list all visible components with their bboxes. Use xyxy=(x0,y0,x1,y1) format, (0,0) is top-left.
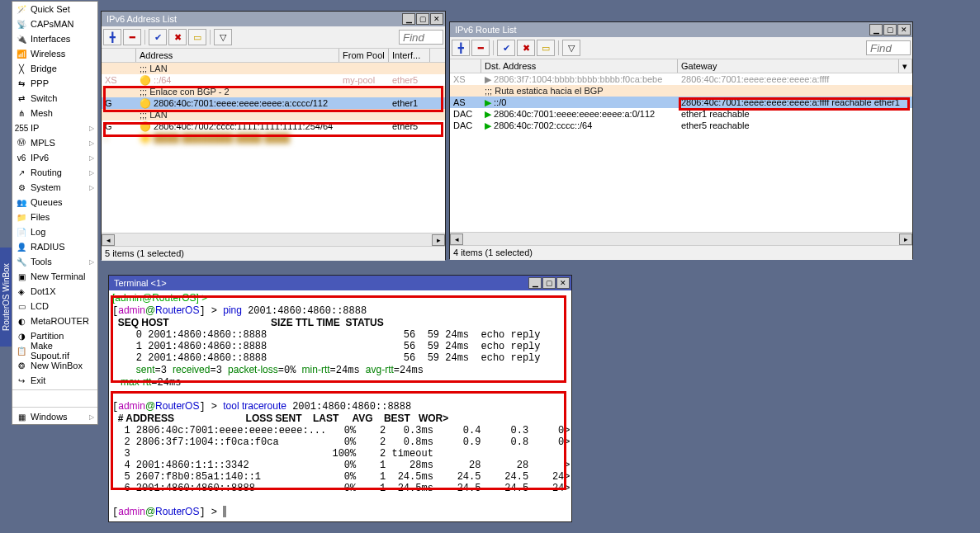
close-icon[interactable]: ✕ xyxy=(897,24,911,35)
menu-icon: 🔧 xyxy=(16,256,27,267)
sidebar-item-capsman[interactable]: 📡CAPsMAN xyxy=(12,17,97,31)
find-input[interactable] xyxy=(866,40,911,55)
add-button[interactable]: ╋ xyxy=(103,29,121,45)
sidebar-item-files[interactable]: 📁Files xyxy=(12,210,97,224)
table-row[interactable]: AS▶ ::/02806:40c:7001:eeee:eeee:eeee:a:f… xyxy=(450,97,912,108)
table-row[interactable]: G🟡 2806:40c:7002:cccc:1111:1111:1111:254… xyxy=(102,120,445,132)
sidebar-item-ipv6[interactable]: v6IPv6▷ xyxy=(12,150,97,165)
titlebar[interactable]: IPv6 Route List ▁ ▢ ✕ xyxy=(450,22,912,37)
table-comment-row[interactable]: ;;; LAN xyxy=(102,63,445,74)
scroll-right-icon[interactable]: ▸ xyxy=(432,234,445,246)
menu-icon: 📡 xyxy=(16,18,27,30)
sidebar-item-routing[interactable]: ↗Routing▷ xyxy=(12,165,97,180)
menu-icon: 📋 xyxy=(16,345,27,356)
col-address[interactable]: Address xyxy=(136,49,339,62)
toolbar: ╋ ━ ✔ ✖ ▭ ▽ xyxy=(102,26,445,48)
sidebar-item-wireless[interactable]: 📶Wireless xyxy=(12,46,97,61)
col-dst[interactable]: Dst. Address xyxy=(481,59,678,73)
table-row[interactable]: XS▶ 2806:3f7:1004:bbbb:bbbb:bbbb:f0ca:be… xyxy=(450,73,912,85)
comment-button[interactable]: ▭ xyxy=(537,40,555,56)
col-interface[interactable]: Interf... xyxy=(389,49,430,62)
menu-icon: ▭ xyxy=(16,300,27,312)
disable-button[interactable]: ✖ xyxy=(517,40,535,56)
sidebar-item-exit[interactable]: ↪Exit xyxy=(12,373,97,388)
sidebar-item-radius[interactable]: 👤RADIUS xyxy=(12,239,97,254)
sidebar-item-system[interactable]: ⚙System▷ xyxy=(12,180,97,195)
sidebar-item-metarouter[interactable]: ◐MetaROUTER xyxy=(12,314,97,328)
maximize-icon[interactable]: ▢ xyxy=(416,13,429,25)
minimize-icon[interactable]: ▁ xyxy=(869,24,883,35)
sidebar-item-mpls[interactable]: ⓂMPLS▷ xyxy=(12,135,97,150)
sidebar-item-queues[interactable]: 👥Queues xyxy=(12,195,97,210)
maximize-icon[interactable]: ▢ xyxy=(542,277,556,289)
menu-icon: 255 xyxy=(16,122,27,134)
disable-button[interactable]: ✖ xyxy=(168,29,187,45)
table-comment-row[interactable]: ;;; Ruta estatica hacia el BGP xyxy=(450,85,912,97)
sidebar-item-label: New Terminal xyxy=(31,271,85,281)
ipv6-address-window: IPv6 Address List ▁ ▢ ✕ ╋ ━ ✔ ✖ ▭ ▽ Addr… xyxy=(101,11,446,260)
sidebar-item-label: Dot1X xyxy=(31,286,56,296)
sidebar-item-new-terminal[interactable]: ▣New Terminal xyxy=(12,269,97,284)
menu-icon: 🔌 xyxy=(16,33,27,45)
minimize-icon[interactable]: ▁ xyxy=(528,277,542,289)
sidebar-item-bridge[interactable]: ╳Bridge xyxy=(12,61,97,76)
sidebar-item-interfaces[interactable]: 🔌Interfaces xyxy=(12,31,97,46)
menu-icon: ◈ xyxy=(16,285,27,297)
close-icon[interactable]: ✕ xyxy=(430,13,443,25)
table-header: Address From Pool Interf... xyxy=(102,48,445,63)
remove-button[interactable]: ━ xyxy=(471,40,490,56)
menu-icon: 📶 xyxy=(16,48,27,59)
submenu-arrow-icon: ▷ xyxy=(89,154,94,162)
submenu-arrow-icon: ▷ xyxy=(89,413,94,421)
close-icon[interactable]: ✕ xyxy=(556,277,570,289)
menu-icon: ❂ xyxy=(16,360,27,371)
sidebar-item-ip[interactable]: 255IP▷ xyxy=(12,120,97,135)
scroll-right-icon[interactable]: ▸ xyxy=(899,233,912,245)
enable-button[interactable]: ✔ xyxy=(497,40,515,56)
enable-button[interactable]: ✔ xyxy=(149,29,167,45)
sidebar-item-ppp[interactable]: ⇆PPP xyxy=(12,76,97,91)
scroll-left-icon[interactable]: ◂ xyxy=(102,234,115,246)
filter-button[interactable]: ▽ xyxy=(562,40,580,56)
titlebar[interactable]: IPv6 Address List ▁ ▢ ✕ xyxy=(102,12,445,26)
col-frompool[interactable]: From Pool xyxy=(339,49,389,62)
menu-icon: ╳ xyxy=(16,63,27,74)
sidebar-item-label: Make Supout.rif xyxy=(31,341,94,361)
sidebar-item-make-supout.rif[interactable]: 📋Make Supout.rif xyxy=(12,343,97,358)
comment-text: ;;; LAN xyxy=(136,110,171,120)
sidebar-item-tools[interactable]: 🔧Tools▷ xyxy=(12,254,97,269)
sidebar-item-label: System xyxy=(31,182,61,192)
table-row[interactable]: XS🟡 ::/64my-poolether5 xyxy=(102,74,445,86)
menu-icon: 👤 xyxy=(16,241,27,252)
sidebar-item-log[interactable]: 📄Log xyxy=(12,224,97,239)
table-comment-row[interactable]: ;;; LAN xyxy=(102,109,445,120)
sidebar-item-mesh[interactable]: ⋔Mesh xyxy=(12,106,97,120)
submenu-arrow-icon: ▷ xyxy=(89,139,94,147)
table-row[interactable]: G🟡 2806:40c:7001:eeee:eeee:eeee:a:cccc/1… xyxy=(102,97,445,109)
col-gateway[interactable]: Gateway xyxy=(678,59,899,73)
comment-text: ;;; LAN xyxy=(136,64,171,73)
sidebar-item-switch[interactable]: ⇄Switch xyxy=(12,91,97,106)
table-comment-row[interactable]: ;;; Enlace con BGP - 2 xyxy=(102,86,445,97)
menu-icon: ⇆ xyxy=(16,78,27,89)
find-input[interactable] xyxy=(399,30,443,45)
sidebar-item-quick-set[interactable]: 🪄Quick Set xyxy=(12,2,97,17)
table-row[interactable]: DAC▶ 2806:40c:7002:cccc::/64ether5 reach… xyxy=(450,120,912,131)
sidebar-item-label: Windows xyxy=(31,412,68,422)
maximize-icon[interactable]: ▢ xyxy=(883,24,897,35)
menu-icon: ⋔ xyxy=(16,107,27,119)
sidebar-item-label: RADIUS xyxy=(31,242,65,252)
comment-button[interactable]: ▭ xyxy=(188,29,206,45)
sidebar-item-label: Tools xyxy=(31,257,52,266)
sidebar-item-lcd[interactable]: ▭LCD xyxy=(12,299,97,314)
scroll-left-icon[interactable]: ◂ xyxy=(450,233,463,245)
sidebar-item-windows[interactable]: ▦Windows▷ xyxy=(12,409,97,424)
sidebar-item-dot1x[interactable]: ◈Dot1X xyxy=(12,284,97,299)
titlebar[interactable]: Terminal <1> ▁ ▢ ✕ xyxy=(109,276,571,290)
remove-button[interactable]: ━ xyxy=(123,29,141,45)
minimize-icon[interactable]: ▁ xyxy=(402,13,415,25)
terminal-output[interactable]: [admin@RouterOS] > [admin@RouterOS] > pi… xyxy=(109,290,571,521)
filter-button[interactable]: ▽ xyxy=(214,29,232,45)
table-row[interactable]: DAC▶ 2806:40c:7001:eeee:eeee:eeee:a:0/11… xyxy=(450,108,912,120)
add-button[interactable]: ╋ xyxy=(452,40,470,56)
